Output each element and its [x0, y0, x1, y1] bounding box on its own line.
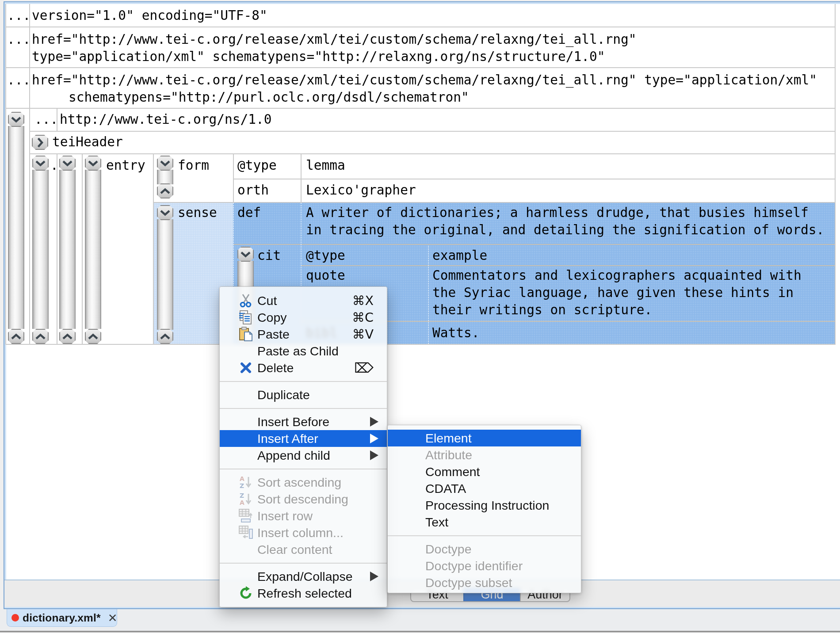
form-type-attr-name[interactable]: @type — [237, 157, 277, 174]
cit-type-attr-value[interactable]: example — [432, 247, 487, 264]
menu-item-insert-after[interactable]: Insert After — [220, 430, 387, 447]
xml-model-schematron-line1[interactable]: href="http://www.tei-c.org/release/xml/t… — [32, 72, 817, 89]
chevron-down-icon — [160, 160, 171, 167]
paste-clipboard-icon — [237, 327, 254, 342]
tei-collapse-button-bottom[interactable] — [8, 329, 24, 344]
form-type-attr-value[interactable]: lemma — [306, 157, 345, 174]
xml-model-relaxng-line1[interactable]: href="http://www.tei-c.org/release/xml/t… — [32, 31, 637, 48]
body-collapse-bar[interactable] — [59, 170, 76, 329]
grid-line — [57, 154, 57, 344]
chevron-up-icon — [35, 333, 46, 340]
entry-element-label[interactable]: entry — [106, 157, 145, 174]
grid-line — [233, 154, 234, 203]
menu-item-paste[interactable]: Paste ⌘V — [220, 326, 387, 343]
menu-item-paste-as-child[interactable]: Paste as Child — [220, 343, 387, 359]
body-collapse-button[interactable] — [59, 156, 76, 171]
quote-value-line3[interactable]: their writings on scripture. — [432, 301, 652, 319]
menu-item-duplicate[interactable]: Duplicate — [220, 386, 387, 403]
def-value-line2[interactable]: in tracing the original, and detailing t… — [306, 221, 824, 239]
sense-collapse-button[interactable] — [157, 205, 173, 220]
def-element-label[interactable]: def — [237, 204, 261, 221]
submenu-item-doctype-subset[interactable]: Doctype subset — [388, 574, 581, 591]
chevron-up-icon — [62, 333, 73, 340]
xml-model-relaxng-line2[interactable]: type="application/xml" schematypens="htt… — [32, 48, 605, 65]
grid-line — [5, 4, 6, 345]
form-collapse-bar[interactable] — [157, 170, 173, 184]
bibl-element-value[interactable]: Watts. — [432, 324, 480, 342]
row-gutter-ellipsis[interactable]: ... — [7, 72, 31, 89]
submenu-item-comment[interactable]: Comment — [388, 463, 581, 480]
form-element-label[interactable]: form — [178, 157, 209, 174]
context-menu: Cut ⌘X Copy ⌘C — [219, 286, 387, 607]
text-collapse-button[interactable] — [32, 156, 49, 171]
grid-line — [5, 108, 836, 109]
menu-item-sort-descending[interactable]: Z A Sort descending — [220, 491, 387, 507]
menu-item-insert-before[interactable]: Insert Before — [220, 413, 387, 430]
grid-line — [82, 154, 83, 344]
orth-element-label[interactable]: orth — [237, 182, 269, 199]
menu-item-clear-content[interactable]: Clear content — [220, 541, 387, 558]
sense-collapse-button-bottom[interactable] — [157, 329, 173, 344]
menu-item-delete[interactable]: Delete ⌦ — [220, 359, 387, 376]
quote-value-line1[interactable]: Commentators and lexicographers acquaint… — [432, 267, 802, 284]
teiheader-element-label[interactable]: teiHeader — [52, 133, 123, 151]
cit-type-attr-name[interactable]: @type — [306, 247, 345, 264]
row-gutter-ellipsis[interactable]: ... — [7, 31, 31, 48]
menu-separator — [388, 530, 581, 541]
cit-collapse-button[interactable] — [237, 247, 254, 262]
application-window: ... version="1.0" encoding="UTF-8" ... h… — [0, 0, 840, 633]
tab-close-icon[interactable]: ✕ — [108, 611, 118, 625]
menu-item-refresh-selected[interactable]: Refresh selected — [220, 585, 387, 602]
tei-namespace-value[interactable]: http://www.tei-c.org/ns/1.0 — [60, 111, 272, 128]
sense-element-label[interactable]: sense — [178, 204, 217, 221]
submenu-arrow-icon — [370, 417, 378, 427]
tei-collapse-bar[interactable] — [8, 126, 24, 329]
menu-item-append-child[interactable]: Append child — [220, 447, 387, 464]
cit-element-label[interactable]: cit — [257, 247, 281, 264]
submenu-item-text[interactable]: Text — [388, 514, 581, 530]
xml-model-schematron-line2[interactable]: schematypens="http://purl.oclc.org/dsdl/… — [69, 89, 469, 106]
delete-x-icon — [237, 360, 254, 375]
grid-line — [5, 27, 836, 27]
teiheader-expand-button[interactable] — [32, 135, 48, 150]
menu-item-sort-ascending[interactable]: A Z Sort ascending — [220, 474, 387, 491]
xml-declaration-text[interactable]: version="1.0" encoding="UTF-8" — [32, 7, 267, 24]
entry-collapse-button-bottom[interactable] — [85, 329, 101, 344]
tab-dictionary-xml[interactable]: dictionary.xml* ✕ — [7, 609, 117, 627]
text-collapse-bar[interactable] — [32, 170, 49, 329]
insert-column-icon — [237, 525, 254, 540]
menu-item-insert-column[interactable]: Insert column... — [220, 524, 387, 541]
sense-collapse-bar[interactable] — [157, 219, 173, 330]
menu-item-expand-collapse[interactable]: Expand/Collapse — [220, 568, 387, 585]
editor-tab-bar: dictionary.xml* ✕ — [0, 609, 840, 631]
submenu-item-element[interactable]: Element — [388, 430, 581, 446]
body-collapse-button-bottom[interactable] — [59, 329, 76, 344]
submenu-item-processing-instruction[interactable]: Processing Instruction — [388, 497, 581, 514]
collapsed-text-dot[interactable]: . — [50, 157, 58, 174]
menu-item-insert-row[interactable]: Insert row — [220, 507, 387, 524]
grid-line — [5, 344, 836, 345]
form-collapse-button-bottom[interactable] — [157, 183, 173, 198]
entry-collapse-button[interactable] — [85, 156, 101, 171]
def-value-line1[interactable]: A writer of dictionaries; a harmless dru… — [306, 204, 809, 221]
submenu-item-attribute[interactable]: Attribute — [388, 446, 581, 463]
copy-documents-icon — [237, 310, 254, 325]
entry-collapse-bar[interactable] — [85, 170, 101, 329]
submenu-item-doctype[interactable]: Doctype — [388, 541, 581, 557]
sort-descending-icon: Z A — [237, 492, 254, 507]
quote-element-label[interactable]: quote — [306, 267, 345, 284]
grid-line — [29, 131, 836, 132]
menu-item-copy[interactable]: Copy ⌘C — [220, 309, 387, 326]
tei-collapse-button[interactable] — [8, 112, 24, 127]
quote-value-line2[interactable]: the Syriac language, have given these hi… — [432, 284, 794, 301]
menu-item-cut[interactable]: Cut ⌘X — [220, 292, 387, 309]
chevron-down-icon — [35, 160, 46, 167]
orth-element-value[interactable]: Lexico'grapher — [306, 182, 416, 199]
tei-attrs-ellipsis[interactable]: ... — [34, 111, 58, 128]
submenu-item-doctype-identifier[interactable]: Doctype identifier — [388, 557, 581, 574]
submenu-item-cdata[interactable]: CDATA — [388, 480, 581, 497]
form-collapse-button[interactable] — [157, 156, 173, 171]
svg-text:Z: Z — [240, 492, 244, 499]
text-collapse-button-bottom[interactable] — [32, 329, 49, 344]
row-gutter-ellipsis[interactable]: ... — [7, 7, 31, 24]
